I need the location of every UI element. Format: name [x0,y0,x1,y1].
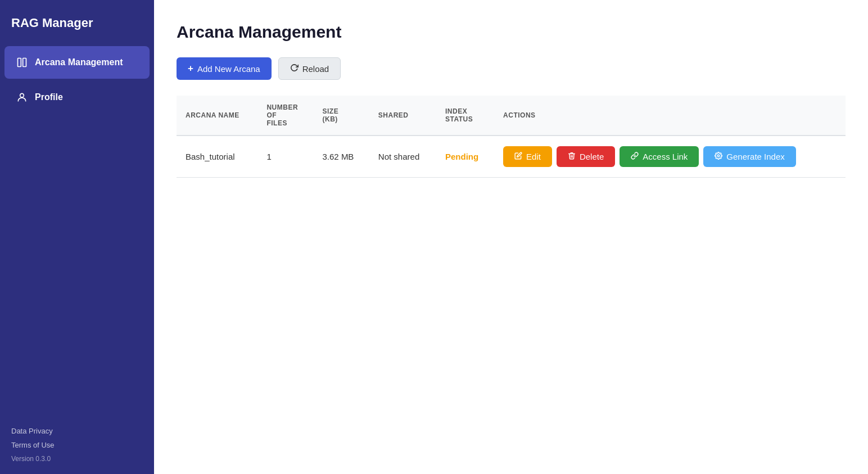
arcana-table: ARCANA NAME NUMBEROFFILES SIZE(KB) SHARE… [177,96,846,178]
svg-point-3 [718,155,720,157]
reload-icon [290,64,299,74]
index-status-badge: Pending [445,152,478,161]
version-label: Version 0.3.0 [11,455,143,463]
col-actions: ACTIONS [494,96,846,136]
sidebar: RAG Manager Arcana Management Profile [0,0,154,474]
cell-index-status: Pending [436,136,494,178]
col-shared: SHARED [369,96,436,136]
terms-of-use-link[interactable]: Terms of Use [11,441,143,449]
sidebar-item-profile[interactable]: Profile [4,81,150,114]
access-link-button[interactable]: Access Link [620,146,699,167]
sidebar-item-arcana-management[interactable]: Arcana Management [4,46,150,79]
edit-button[interactable]: Edit [503,146,552,167]
svg-rect-0 [18,58,21,67]
cog-icon [715,152,722,161]
generate-index-button[interactable]: Generate Index [703,146,795,167]
svg-rect-1 [23,58,26,67]
cell-actions: Edit Delete [494,136,846,178]
sidebar-item-profile-label: Profile [35,92,63,102]
cell-shared: Not shared [369,136,436,178]
cell-arcana-name: Bash_tutorial [177,136,257,178]
page-title: Arcana Management [177,22,846,42]
person-icon [16,91,28,103]
table-row: Bash_tutorial 1 3.62 MB Not shared Pendi… [177,136,846,178]
link-icon [631,152,639,161]
table-header-row: ARCANA NAME NUMBEROFFILES SIZE(KB) SHARE… [177,96,846,136]
col-size-kb: SIZE(KB) [314,96,369,136]
svg-point-2 [20,93,24,97]
cell-number-of-files: 1 [257,136,313,178]
col-number-of-files: NUMBEROFFILES [257,96,313,136]
main-content: Arcana Management + Add New Arcana Reloa… [154,0,868,474]
delete-button[interactable]: Delete [557,146,615,167]
toolbar: + Add New Arcana Reload [177,57,846,80]
reload-button[interactable]: Reload [278,57,341,80]
col-index-status: INDEXSTATUS [436,96,494,136]
data-privacy-link[interactable]: Data Privacy [11,427,143,435]
trash-icon [568,152,576,161]
book-icon [16,56,28,69]
col-arcana-name: ARCANA NAME [177,96,257,136]
plus-icon: + [188,63,193,74]
cell-size-kb: 3.62 MB [314,136,369,178]
sidebar-item-arcana-label: Arcana Management [35,57,123,67]
sidebar-nav: Arcana Management Profile [0,44,154,416]
app-title: RAG Manager [0,0,154,44]
edit-icon [514,152,522,161]
sidebar-footer: Data Privacy Terms of Use Version 0.3.0 [0,416,154,474]
add-new-arcana-button[interactable]: + Add New Arcana [177,57,272,80]
